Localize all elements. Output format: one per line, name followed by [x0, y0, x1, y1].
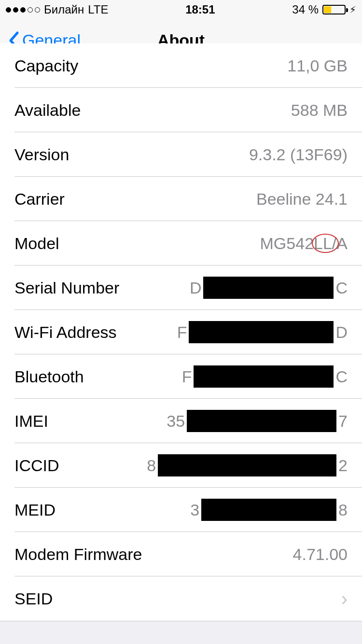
value-available: 588 MB: [291, 101, 348, 120]
row-iccid[interactable]: ICCID 8 2: [0, 443, 362, 488]
row-serial[interactable]: Serial Number D C: [0, 266, 362, 310]
row-bluetooth[interactable]: Bluetooth F C: [0, 354, 362, 399]
value-serial: D C: [190, 277, 348, 299]
label-version: Version: [14, 145, 69, 164]
chevron-right-icon: ›: [341, 588, 348, 610]
label-capacity: Capacity: [14, 56, 78, 75]
redaction-box: [203, 277, 334, 299]
value-wifi: F D: [177, 321, 348, 343]
redaction-box: [187, 410, 336, 432]
label-imei: IMEI: [14, 412, 48, 431]
row-meid[interactable]: MEID 3 8: [0, 488, 362, 532]
label-serial: Serial Number: [14, 279, 119, 297]
about-list: Capacity 11,0 GB Available 588 MB Versio…: [0, 43, 362, 638]
list-group-footer: [0, 621, 362, 638]
battery-icon: [322, 5, 346, 14]
meid-prefix: 3: [190, 501, 199, 519]
value-version: 9.3.2 (13F69): [249, 145, 348, 164]
battery-percent: 34 %: [292, 3, 319, 16]
status-time: 18:51: [185, 3, 215, 16]
label-meid: MEID: [14, 501, 56, 519]
iccid-suffix: 2: [338, 456, 348, 475]
label-model: Model: [14, 234, 59, 253]
value-seid: ›: [332, 588, 348, 610]
row-available[interactable]: Available 588 MB: [0, 88, 362, 132]
iccid-prefix: 8: [147, 456, 156, 475]
row-imei[interactable]: IMEI 35 7: [0, 399, 362, 443]
label-carrier: Carrier: [14, 190, 65, 209]
bt-suffix: C: [335, 367, 348, 386]
signal-strength-icon: [6, 7, 40, 13]
redaction-box: [158, 454, 336, 476]
row-carrier[interactable]: Carrier Beeline 24.1: [0, 177, 362, 221]
value-modem-firmware: 4.71.00: [293, 545, 348, 564]
value-capacity: 11,0 GB: [287, 56, 348, 75]
carrier-name: Билайн: [44, 3, 84, 16]
row-version[interactable]: Version 9.3.2 (13F69): [0, 132, 362, 177]
imei-suffix: 7: [338, 412, 348, 431]
serial-prefix: D: [190, 279, 202, 297]
label-available: Available: [14, 101, 81, 120]
value-meid: 3 8: [190, 499, 348, 521]
status-bar: Билайн LTE 18:51 34 % ⚡︎: [0, 0, 362, 19]
redaction-box: [189, 321, 334, 343]
value-imei: 35 7: [167, 410, 348, 432]
row-capacity[interactable]: Capacity 11,0 GB: [0, 43, 362, 88]
value-model: MG542LL/A: [260, 234, 348, 253]
redaction-box: [194, 365, 334, 388]
redaction-box: [201, 499, 336, 521]
value-iccid: 8 2: [147, 454, 348, 476]
row-modem-firmware[interactable]: Modem Firmware 4.71.00: [0, 532, 362, 576]
value-bluetooth: F C: [182, 365, 348, 388]
row-model[interactable]: Model MG542LL/A: [0, 221, 362, 266]
status-right: 34 % ⚡︎: [292, 3, 356, 16]
label-iccid: ICCID: [14, 456, 59, 475]
meid-suffix: 8: [338, 501, 348, 519]
row-wifi[interactable]: Wi-Fi Address F D: [0, 310, 362, 354]
label-seid: SEID: [14, 589, 53, 608]
label-modem-firmware: Modem Firmware: [14, 545, 142, 564]
wifi-prefix: F: [177, 323, 187, 342]
status-left: Билайн LTE: [6, 3, 108, 16]
label-bluetooth: Bluetooth: [14, 367, 84, 386]
charging-icon: ⚡︎: [349, 4, 356, 15]
label-wifi: Wi-Fi Address: [14, 323, 117, 342]
imei-prefix: 35: [167, 412, 185, 431]
value-carrier: Beeline 24.1: [256, 190, 348, 209]
bt-prefix: F: [182, 367, 192, 386]
network-type: LTE: [88, 3, 108, 16]
row-seid[interactable]: SEID ›: [0, 576, 362, 621]
serial-suffix: C: [335, 279, 348, 297]
wifi-suffix: D: [335, 323, 348, 342]
